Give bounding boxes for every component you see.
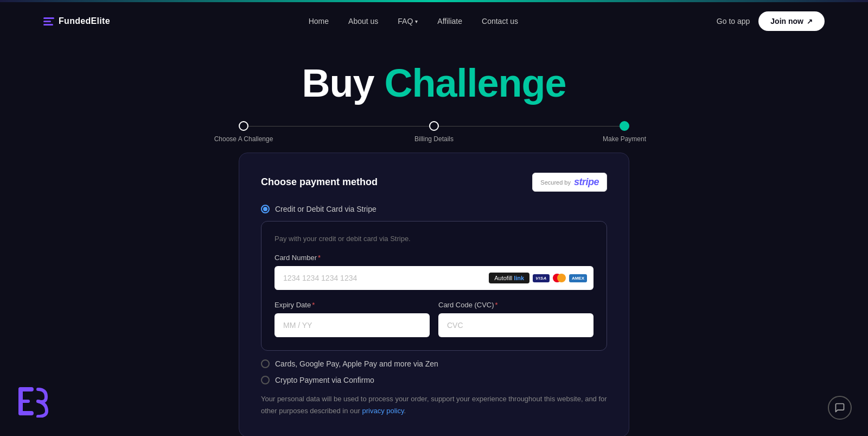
- radio-stripe[interactable]: [261, 205, 270, 213]
- step-1-circle: [239, 121, 248, 131]
- payment-card: Choose payment method Secured by stripe …: [239, 153, 629, 436]
- stepper-track: Choose A Challenge Billing Details Make …: [239, 121, 629, 131]
- privacy-text: Your personal data will be used to proce…: [261, 393, 607, 417]
- step-line-1: [248, 126, 429, 127]
- autofill-button[interactable]: Autofill link: [489, 273, 529, 283]
- privacy-policy-link[interactable]: privacy policy: [362, 407, 404, 415]
- card-secondary-fields: Expiry Date* Card Code (CVC)*: [275, 301, 593, 337]
- mastercard-icon: [553, 274, 566, 282]
- nav-contact[interactable]: Contact us: [482, 17, 518, 26]
- step-2-circle: [429, 121, 439, 131]
- title-challenge: Challenge: [384, 61, 566, 105]
- amex-icon: AMEX: [569, 274, 587, 282]
- expiry-field-wrap: Expiry Date*: [275, 301, 430, 337]
- step-3: Make Payment: [620, 121, 629, 131]
- nav-home[interactable]: Home: [309, 17, 329, 26]
- step-2: Billing Details: [429, 121, 439, 131]
- step-2-label: Billing Details: [414, 135, 454, 143]
- radio-confirmo[interactable]: [261, 376, 270, 384]
- step-3-circle: [620, 121, 629, 131]
- go-to-app-link[interactable]: Go to app: [717, 17, 750, 26]
- step-1-label: Choose A Challenge: [214, 135, 273, 143]
- main-content: Choose payment method Secured by stripe …: [0, 147, 868, 436]
- progress-stepper: Choose A Challenge Billing Details Make …: [0, 121, 868, 147]
- logo-area: FundedElite: [43, 16, 110, 26]
- title-buy: Buy: [302, 61, 384, 105]
- payment-option-stripe[interactable]: Credit or Debit Card via Stripe: [261, 205, 607, 213]
- secured-by-text: Secured by: [540, 179, 571, 186]
- nav-about[interactable]: About us: [348, 17, 378, 26]
- card-number-wrapper: Autofill link VISA AMEX: [275, 266, 593, 290]
- cvc-field-wrap: Card Code (CVC)*: [438, 301, 593, 337]
- step-line-2: [439, 126, 620, 127]
- payment-section-title: Choose payment method: [261, 176, 378, 188]
- autofill-label: Autofill: [494, 275, 512, 281]
- page-title: Buy Challenge: [0, 62, 868, 105]
- card-form-hint: Pay with your credit or debit card via S…: [275, 235, 593, 243]
- payment-option-confirmo[interactable]: Crypto Payment via Confirmo: [261, 376, 607, 384]
- privacy-text-end: .: [404, 407, 406, 415]
- hero-section: Buy Challenge: [0, 40, 868, 121]
- card-form-box: Pay with your credit or debit card via S…: [261, 221, 607, 351]
- card-icons: Autofill link VISA AMEX: [489, 273, 587, 283]
- autofill-link-text: link: [514, 275, 524, 281]
- privacy-text-main: Your personal data will be used to proce…: [261, 395, 607, 415]
- nav-affiliate[interactable]: Affiliate: [437, 17, 462, 26]
- card-number-label: Card Number*: [275, 254, 593, 262]
- stripe-logo-text: stripe: [574, 176, 599, 188]
- payment-option-zen[interactable]: Cards, Google Pay, Apple Pay and more vi…: [261, 359, 607, 368]
- navbar-actions: Go to app Join now: [717, 11, 825, 31]
- step-1: Choose A Challenge: [239, 121, 248, 131]
- watermark-svg: [16, 385, 49, 418]
- payment-header: Choose payment method Secured by stripe: [261, 173, 607, 192]
- step-3-label: Make Payment: [603, 135, 646, 143]
- payment-option-confirmo-label: Crypto Payment via Confirmo: [275, 376, 374, 384]
- logo-icon: [43, 17, 54, 26]
- mc-orange: [557, 274, 566, 282]
- payment-option-stripe-label: Credit or Debit Card via Stripe: [275, 205, 376, 213]
- radio-zen[interactable]: [261, 359, 270, 368]
- chat-svg: [834, 402, 845, 413]
- visa-icon: VISA: [533, 274, 550, 282]
- cvc-input[interactable]: [438, 313, 593, 337]
- join-now-button[interactable]: Join now: [758, 11, 825, 31]
- nav-links: Home About us FAQ Affiliate Contact us: [309, 17, 518, 26]
- chat-icon[interactable]: [828, 396, 852, 420]
- stripe-badge: Secured by stripe: [532, 173, 607, 192]
- expiry-input[interactable]: [275, 313, 430, 337]
- nav-faq[interactable]: FAQ: [398, 17, 418, 26]
- payment-option-zen-label: Cards, Google Pay, Apple Pay and more vi…: [275, 359, 438, 368]
- logo-text: FundedElite: [59, 16, 110, 26]
- navbar: FundedElite Home About us FAQ Affiliate …: [0, 2, 868, 40]
- expiry-label: Expiry Date*: [275, 301, 430, 309]
- cvc-label: Card Code (CVC)*: [438, 301, 593, 309]
- watermark-logo: [16, 385, 49, 420]
